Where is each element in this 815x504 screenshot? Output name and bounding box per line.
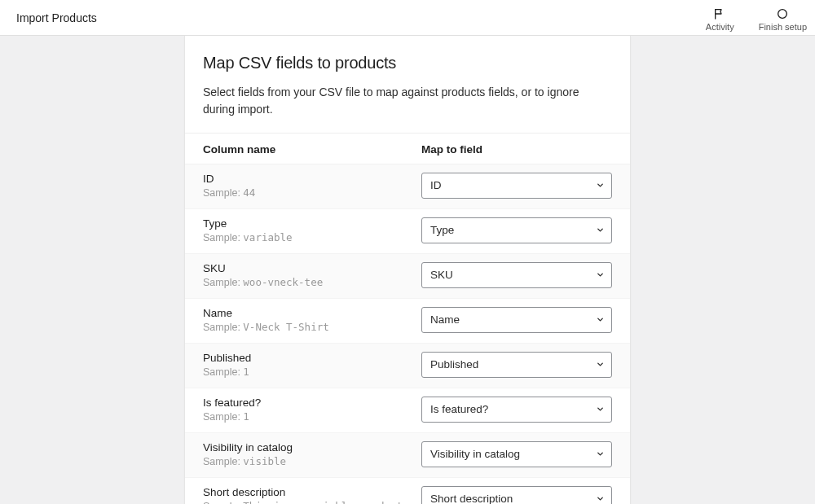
- column-name: Short description: [203, 486, 421, 498]
- column-sample: Sample: V-Neck T-Shirt: [203, 321, 421, 333]
- map-field-select[interactable]: Short description: [421, 486, 612, 504]
- column-sample: Sample: 44: [203, 186, 421, 199]
- map-to-field-header: Map to field: [421, 143, 612, 156]
- activity-button[interactable]: Activity: [698, 0, 742, 35]
- map-field-select[interactable]: Is featured?: [421, 397, 612, 423]
- flag-icon: [713, 7, 726, 21]
- mapping-row: Name Sample: V-Neck T-Shirt Name: [185, 299, 630, 344]
- import-mapping-panel: Map CSV fields to products Select fields…: [184, 36, 631, 504]
- map-field-select[interactable]: Name: [421, 307, 612, 333]
- column-name: SKU: [203, 262, 421, 274]
- mapping-row: Short description Sample: This is a vari…: [185, 478, 630, 504]
- column-sample: Sample: 1: [203, 366, 421, 378]
- finish-setup-button[interactable]: Finish setup: [751, 0, 815, 35]
- mapping-row: SKU Sample: woo-vneck-tee SKU: [185, 254, 630, 299]
- column-sample: Sample: visible: [203, 455, 421, 467]
- top-bar: Import Products Activity Finish setup: [0, 0, 815, 36]
- map-field-select[interactable]: Visibility in catalog: [421, 441, 612, 467]
- panel-title: Map CSV fields to products: [203, 54, 612, 72]
- column-name-header: Column name: [203, 143, 421, 156]
- map-field-select[interactable]: Published: [421, 352, 612, 378]
- mapping-rows: ID Sample: 44 ID Type Sample: variable T…: [185, 164, 630, 504]
- column-name: Visibility in catalog: [203, 441, 421, 454]
- page-title: Import Products: [16, 11, 97, 24]
- column-name: Name: [203, 307, 421, 319]
- circle-icon: [776, 7, 789, 21]
- mapping-row: Type Sample: variable Type: [185, 209, 630, 254]
- map-field-select[interactable]: Type: [421, 217, 612, 243]
- column-name: Type: [203, 217, 421, 230]
- column-sample: Sample: woo-vneck-tee: [203, 276, 421, 288]
- column-sample: Sample: This is a variable product.: [203, 500, 421, 504]
- map-field-select[interactable]: SKU: [421, 262, 612, 288]
- topbar-actions: Activity Finish setup: [698, 0, 815, 35]
- mapping-row: Is featured? Sample: 1 Is featured?: [185, 388, 630, 433]
- column-sample: Sample: variable: [203, 231, 421, 243]
- map-field-select[interactable]: ID: [421, 173, 612, 199]
- finish-setup-label: Finish setup: [759, 22, 807, 32]
- mapping-row: ID Sample: 44 ID: [185, 164, 630, 209]
- mapping-table-header: Column name Map to field: [185, 134, 630, 164]
- column-name: Is featured?: [203, 397, 421, 409]
- activity-label: Activity: [706, 22, 734, 32]
- column-name: Published: [203, 352, 421, 364]
- mapping-row: Published Sample: 1 Published: [185, 344, 630, 388]
- panel-description: Select fields from your CSV file to map …: [203, 84, 612, 118]
- column-sample: Sample: 1: [203, 410, 421, 423]
- column-name: ID: [203, 173, 421, 185]
- svg-point-0: [778, 10, 787, 19]
- mapping-row: Visibility in catalog Sample: visible Vi…: [185, 433, 630, 478]
